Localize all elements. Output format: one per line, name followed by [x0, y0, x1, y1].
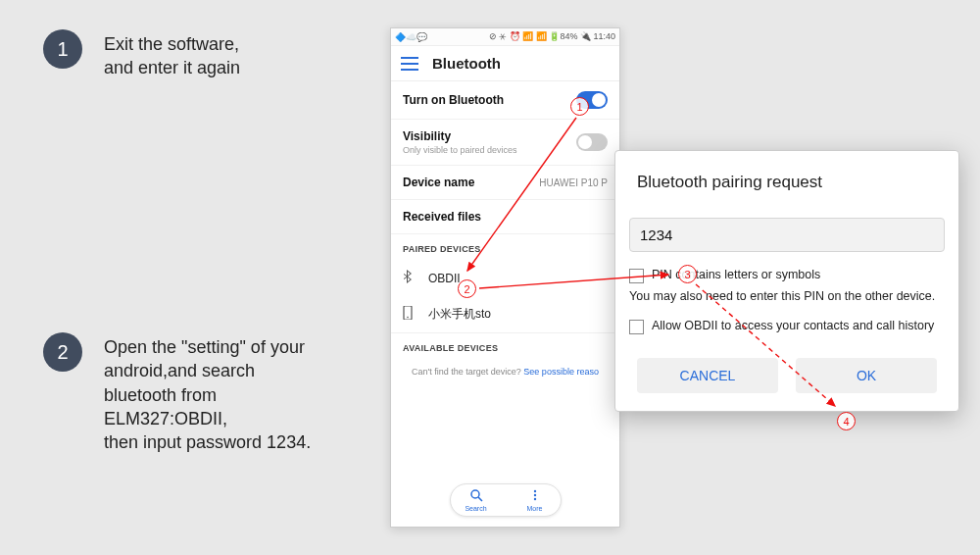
pin-input[interactable]: 1234: [629, 218, 945, 252]
row-device-name[interactable]: Device name HUAWEI P10 P: [391, 166, 619, 200]
step-badge-2: 2: [43, 332, 82, 372]
status-bar: 🔷☁️💬 ⊘ ⚹ ⏰ 📶 📶 🔋84% 🔌 11:40: [391, 28, 619, 46]
status-right: ⊘ ⚹ ⏰ 📶 📶 🔋84% 🔌 11:40: [489, 31, 615, 42]
cancel-button[interactable]: CANCEL: [637, 358, 778, 393]
visibility-sublabel: Only visible to paired devices: [403, 145, 576, 155]
step-badge-1: 1: [43, 29, 82, 69]
more-icon: [528, 488, 542, 505]
device-obdii[interactable]: OBDII: [391, 260, 619, 296]
pairing-dialog: Bluetooth pairing request 1234 PIN conta…: [614, 150, 959, 412]
bt-toggle-label: Turn on Bluetooth: [403, 93, 576, 107]
step-text-2: Open the "setting" of yourandroid,and se…: [104, 335, 359, 454]
svg-line-3: [478, 497, 482, 501]
page-title: Bluetooth: [432, 55, 501, 72]
helper-text: Can't find the target device? See possib…: [391, 359, 619, 384]
svg-point-5: [533, 493, 535, 495]
annotation-1: 1: [570, 97, 589, 116]
annotation-2: 2: [458, 279, 476, 298]
more-button[interactable]: More: [517, 488, 553, 512]
row-received-files[interactable]: Received files: [391, 200, 619, 234]
section-paired: PAIRED DEVICES: [391, 234, 619, 260]
svg-point-6: [533, 497, 535, 499]
helper-link[interactable]: See possible reaso: [523, 367, 599, 377]
menu-icon[interactable]: [401, 57, 418, 71]
device-name-label: Device name: [403, 176, 539, 189]
device-name-value: HUAWEI P10 P: [539, 177, 608, 188]
annotation-4: 4: [837, 412, 856, 430]
section-available: AVAILABLE DEVICES: [391, 332, 619, 359]
search-icon: [469, 488, 483, 505]
app-bar: Bluetooth: [391, 46, 619, 81]
checkbox-allow-access[interactable]: Allow OBDII to access your contacts and …: [615, 317, 958, 348]
checkbox-icon[interactable]: [629, 269, 644, 283]
device-name: OBDII: [428, 272, 461, 285]
svg-point-2: [471, 490, 479, 498]
checkbox-pin-letters[interactable]: PIN contains letters or symbols: [615, 266, 958, 287]
bottom-toolbar: Search More: [450, 483, 562, 517]
row-visibility[interactable]: Visibility Only visible to paired device…: [391, 120, 619, 166]
phone-icon: [403, 306, 418, 323]
received-label: Received files: [403, 210, 608, 224]
annotation-3: 3: [678, 265, 697, 283]
svg-point-4: [533, 489, 535, 491]
dialog-note: You may also need to enter this PIN on t…: [615, 287, 958, 317]
ok-button[interactable]: OK: [796, 358, 937, 393]
bluetooth-icon: [403, 270, 418, 286]
visibility-toggle[interactable]: [576, 133, 608, 151]
checkbox-icon[interactable]: [629, 320, 644, 334]
search-button[interactable]: Search: [459, 488, 494, 512]
device-name: 小米手机sto: [428, 306, 491, 323]
device-xiaomi[interactable]: 小米手机sto: [391, 296, 619, 332]
dialog-title: Bluetooth pairing request: [615, 151, 958, 218]
step-text-1: Exit the software,and enter it again: [104, 32, 240, 80]
visibility-label: Visibility: [403, 129, 576, 143]
svg-point-1: [407, 317, 409, 319]
status-left: 🔷☁️💬: [395, 32, 489, 42]
